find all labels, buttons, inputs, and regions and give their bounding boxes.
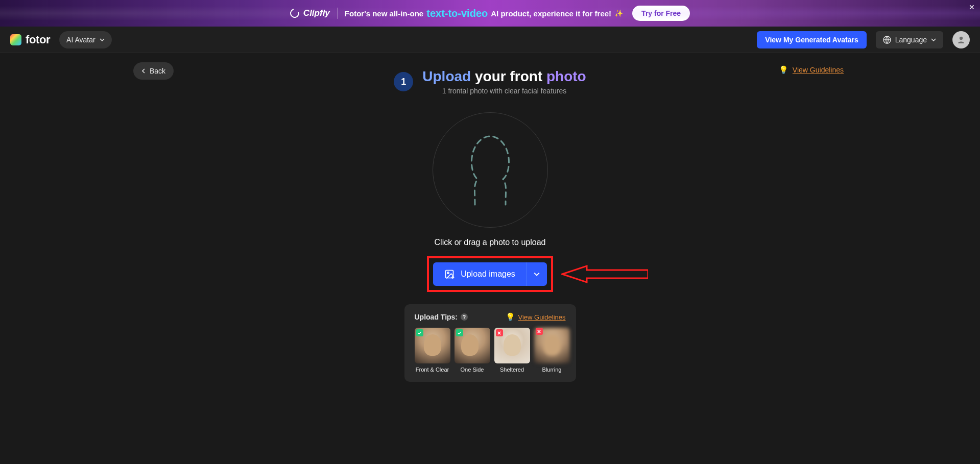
language-dropdown[interactable]: Language [876,31,943,48]
svg-point-3 [447,272,449,274]
tip-thumbnail [455,328,490,363]
clipfly-logo-icon [289,7,301,20]
upload-button-group: Upload images [427,256,553,292]
check-badge-icon [416,329,423,336]
banner-text-highlight: text-to-video [426,8,488,19]
user-avatar[interactable] [952,31,970,48]
title-word-middle: your front [475,68,542,84]
banner-text: Fotor's new all-in-one text-to-video AI … [345,8,623,19]
view-guidelines-link[interactable]: View Guidelines [793,66,844,74]
title-word-upload: Upload [422,68,471,84]
guidelines-top: 💡 View Guidelines [779,65,844,75]
banner-close-button[interactable]: ✕ [969,3,975,11]
brand-logo-icon [10,34,21,45]
tips-header: Upload Tips: ? 💡 View Guidelines [415,312,566,322]
upload-button-label: Upload images [461,270,515,279]
tip-item: Front & Clear [415,328,450,373]
bulb-icon: 💡 [779,65,788,75]
language-label: Language [895,36,927,44]
x-badge-icon [536,328,543,335]
upload-images-button[interactable]: Upload images [433,262,527,286]
app-header: fotor AI Avatar View My Generated Avatar… [0,27,980,53]
view-generated-avatars-button[interactable]: View My Generated Avatars [757,31,866,48]
person-icon [957,35,966,44]
brand-logo-text: fotor [26,33,50,46]
check-badge-icon [456,329,463,336]
banner-text-post: AI product, experience it for free! [491,9,611,18]
banner-divider [337,8,338,19]
tip-item: One Side [455,328,490,373]
banner-logo: Clipfly [290,8,330,18]
dropzone-text: Click or drag a photo to upload [435,238,546,247]
image-upload-icon [444,269,455,279]
chevron-down-icon [100,37,105,42]
silhouette-placeholder-icon [452,128,529,212]
tip-label: Front & Clear [416,367,449,373]
globe-icon [883,36,891,44]
back-label: Back [150,67,165,75]
tips-guidelines-link[interactable]: View Guidelines [518,313,566,321]
product-dropdown-label: AI Avatar [66,36,95,44]
tip-item: Sheltered [494,328,530,373]
banner-text-pre: Fotor's new all-in-one [345,9,423,18]
page-title: Upload your front photo [422,68,586,85]
back-button[interactable]: Back [133,62,174,80]
product-dropdown[interactable]: AI Avatar [59,31,112,48]
tips-heading: Upload Tips: [415,313,458,321]
chevron-left-icon [141,68,146,74]
svg-point-1 [960,36,963,39]
main-content: Back 💡 View Guidelines 1 Upload your fro… [0,53,980,382]
chevron-down-icon [534,271,540,277]
upload-tips-card: Upload Tips: ? 💡 View Guidelines Front &… [404,304,576,382]
banner-logo-text: Clipfly [303,8,330,18]
upload-options-dropdown[interactable] [527,262,547,286]
tip-thumbnail [415,328,450,363]
upload-dropzone[interactable] [433,112,548,228]
tip-item: Blurring [534,328,570,373]
title-word-photo: photo [546,68,586,84]
x-badge-icon [496,329,503,336]
sparkle-icon: ✨ [614,9,623,17]
bulb-icon: 💡 [506,312,515,322]
tip-label: Blurring [542,367,562,373]
brand-logo[interactable]: fotor [10,33,50,46]
annotation-arrow-icon [561,264,648,284]
tips-grid: Front & Clear One Side Sheltered [415,328,566,373]
promo-banner: Clipfly Fotor's new all-in-one text-to-v… [0,0,980,27]
page-subtitle: 1 frontal photo with clear facial featur… [442,87,567,95]
step-number-badge: 1 [394,72,413,91]
help-icon[interactable]: ? [461,313,468,321]
tip-label: Sheltered [500,367,524,373]
chevron-down-icon [931,37,936,42]
step-title-row: 1 Upload your front photo 1 frontal phot… [394,68,586,95]
tip-label: One Side [461,367,484,373]
tip-thumbnail [494,328,530,363]
banner-cta-button[interactable]: Try for Free [632,6,690,21]
